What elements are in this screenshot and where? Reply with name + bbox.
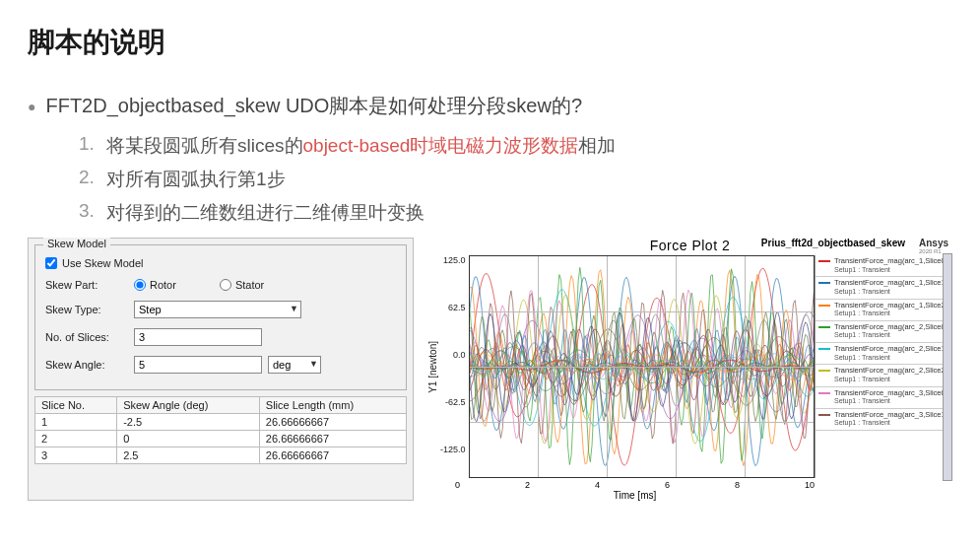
legend-label: TransientForce_mag(arc_1,Slice0)Setup1 :… [834, 257, 947, 274]
x-tick: 0 [455, 480, 460, 490]
table-row[interactable]: 2026.66666667 [35, 431, 407, 447]
y-tick: 125.0 [443, 255, 466, 265]
step-item: 2. 对所有圆弧执行第1步 [79, 167, 952, 192]
skew-type-select[interactable] [134, 301, 301, 318]
step-text: 相加 [578, 135, 616, 156]
legend-swatch-icon [818, 305, 830, 307]
bullet-question: ● FFT2D_objectbased_skew UDO脚本是如何处理分段ske… [28, 93, 952, 119]
skew-part-stator-radio[interactable] [220, 279, 231, 291]
bullet-dot-icon: ● [28, 99, 35, 114]
y-tick: -125.0 [440, 445, 466, 454]
legend-swatch-icon [818, 348, 830, 350]
legend-item[interactable]: TransientForce_mag(arc_2,Slice2)Setup1 :… [816, 365, 951, 386]
table-cell: 0 [117, 431, 260, 447]
legend-item[interactable]: TransientForce_mag(arc_1,Slice0)Setup1 :… [816, 255, 951, 277]
chart-canvas[interactable] [469, 255, 815, 478]
step-text: 对所有圆弧执行第1步 [106, 167, 286, 192]
legend-label: TransientForce_mag(arc_3,Slice0)Setup1 :… [834, 389, 947, 406]
angle-input[interactable] [134, 356, 262, 374]
step-num: 1. [79, 133, 106, 159]
legend-item[interactable]: TransientForce_mag(arc_2,Slice1)Setup1 :… [816, 343, 951, 365]
angle-unit-select[interactable] [268, 356, 321, 374]
y-tick: 62.5 [448, 303, 466, 312]
table-cell: 26.66666667 [259, 447, 406, 464]
th-slice-no: Slice No. [35, 397, 117, 414]
slices-label: No. of Slices: [45, 331, 134, 343]
force-plot-panel: Force Plot 2 Prius_fft2d_objectbased_ske… [427, 238, 952, 501]
x-tick: 8 [735, 480, 740, 490]
th-slice-length: Slice Length (mm) [259, 397, 406, 414]
x-axis-label: Time [ms] [455, 490, 815, 501]
step-num: 2. [79, 167, 106, 192]
report-sidebar[interactable] [943, 253, 952, 481]
table-cell: 2 [35, 431, 117, 447]
table-cell: 3 [35, 447, 117, 464]
table-cell: 26.66666667 [259, 431, 406, 447]
skew-part-label: Skew Part: [45, 279, 134, 291]
skew-type-label: Skew Type: [45, 304, 134, 315]
step-num: 3. [79, 200, 106, 226]
y-ticks: 125.062.50.0-62.5-125.0 [440, 255, 469, 466]
skew-legend: Skew Model [43, 238, 110, 249]
step-text: 对得到的二维数组进行二维傅里叶变换 [106, 200, 425, 226]
slice-table: Slice No. Skew Angle (deg) Slice Length … [34, 396, 407, 464]
angle-label: Skew Angle: [45, 359, 134, 371]
skew-model-panel: Skew Model Use Skew Model Skew Part: Rot… [28, 238, 414, 501]
skew-part-rotor-radio[interactable] [134, 279, 146, 291]
x-tick: 2 [525, 480, 530, 490]
table-cell: -2.5 [117, 414, 260, 431]
step-item: 1. 将某段圆弧所有slices的object-based时域电磁力波形数据相加 [79, 133, 952, 159]
legend-item[interactable]: TransientForce_mag(arc_1,Slice2)Setup1 :… [816, 300, 951, 321]
legend-label: TransientForce_mag(arc_3,Slice1)Setup1 :… [834, 411, 947, 428]
rotor-label: Rotor [150, 279, 176, 291]
x-tick: 4 [595, 480, 600, 490]
slide-title: 脚本的说明 [28, 24, 952, 61]
legend-swatch-icon [818, 392, 830, 394]
x-tick: 10 [805, 480, 815, 490]
table-row[interactable]: 1-2.526.66666667 [35, 414, 407, 431]
legend-label: TransientForce_mag(arc_1,Slice1)Setup1 :… [834, 279, 947, 296]
step-item: 3. 对得到的二维数组进行二维傅里叶变换 [79, 200, 952, 226]
ansys-brand: Ansys 2020 R1 [919, 238, 948, 254]
legend-label: TransientForce_mag(arc_1,Slice2)Setup1 :… [834, 302, 947, 318]
th-skew-angle: Skew Angle (deg) [117, 397, 260, 414]
legend-label: TransientForce_mag(arc_2,Slice0)Setup1 :… [834, 323, 947, 340]
legend-label: TransientForce_mag(arc_2,Slice2)Setup1 :… [834, 367, 947, 383]
legend-swatch-icon [818, 326, 830, 328]
use-skew-checkbox[interactable] [45, 257, 57, 269]
y-tick: 0.0 [453, 350, 466, 360]
y-axis-label: Y1 [newton] [427, 341, 438, 393]
legend-item[interactable]: TransientForce_mag(arc_2,Slice0)Setup1 :… [816, 321, 951, 343]
plot-subtitle: Prius_fft2d_objectbased_skew [761, 238, 905, 248]
table-cell: 2.5 [117, 447, 260, 464]
legend-swatch-icon [818, 260, 830, 262]
legend-label: TransientForce_mag(arc_2,Slice1)Setup1 :… [834, 345, 947, 362]
legend-item[interactable]: TransientForce_mag(arc_3,Slice1)Setup1 :… [816, 409, 951, 431]
step-text: 将某段圆弧所有slices的 [106, 135, 303, 156]
x-ticks: 0246810 [455, 480, 815, 490]
y-tick: -62.5 [445, 397, 466, 407]
legend: TransientForce_mag(arc_1,Slice0)Setup1 :… [815, 255, 952, 478]
table-row[interactable]: 32.526.66666667 [35, 447, 407, 464]
x-tick: 6 [665, 480, 670, 490]
steps-list: 1. 将某段圆弧所有slices的object-based时域电磁力波形数据相加… [79, 133, 952, 226]
legend-swatch-icon [818, 370, 830, 372]
stator-label: Stator [235, 279, 264, 291]
table-cell: 26.66666667 [259, 414, 406, 431]
legend-swatch-icon [818, 414, 830, 416]
table-cell: 1 [35, 414, 117, 431]
slices-input[interactable] [134, 328, 262, 346]
use-skew-label: Use Skew Model [62, 257, 144, 269]
legend-swatch-icon [818, 282, 830, 284]
bullet-question-text: FFT2D_objectbased_skew UDO脚本是如何处理分段skew的… [45, 93, 582, 119]
legend-item[interactable]: TransientForce_mag(arc_3,Slice0)Setup1 :… [816, 387, 951, 409]
step-highlight: object-based时域电磁力波形数据 [303, 135, 579, 156]
legend-item[interactable]: TransientForce_mag(arc_1,Slice1)Setup1 :… [816, 277, 951, 299]
